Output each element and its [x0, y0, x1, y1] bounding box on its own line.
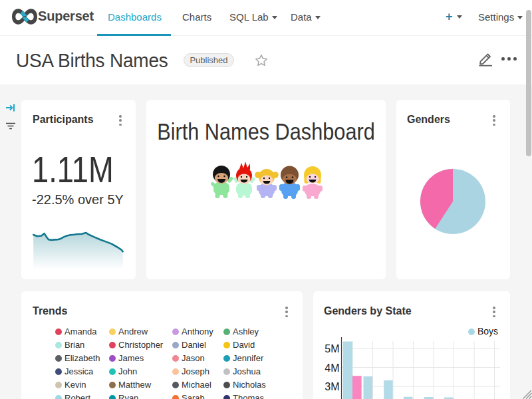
svg-text:3M: 3M [325, 381, 339, 392]
svg-text:4M: 4M [325, 362, 339, 374]
svg-text:5M: 5M [325, 343, 339, 354]
